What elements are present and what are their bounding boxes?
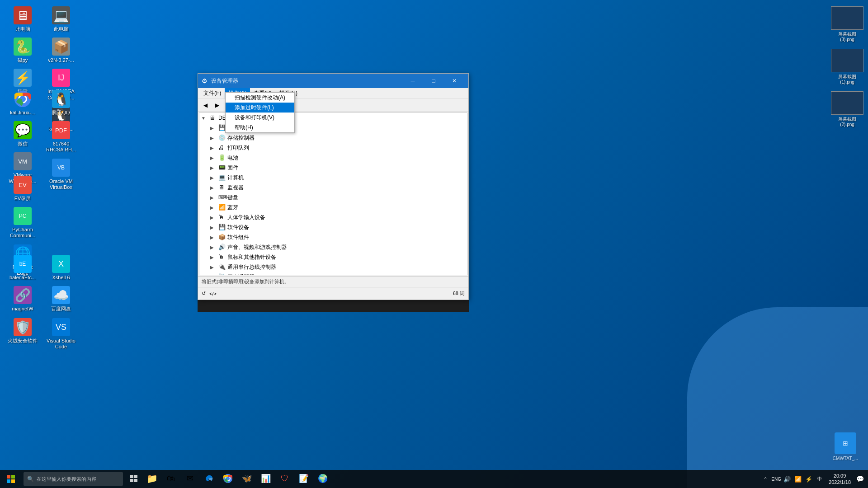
tray-volume[interactable]: 🔊: [783, 474, 792, 483]
word-count: 68 词: [453, 290, 465, 297]
desktop-icons-col7: X Xshell 6 ☁️ 百度网盘: [43, 253, 79, 314]
taskbar-mail[interactable]: ✉: [181, 470, 199, 488]
svg-rect-6: [11, 479, 15, 483]
tree-item-computer[interactable]: ▶ 💻 计算机: [199, 173, 467, 183]
desktop-icon-baidu[interactable]: ☁️ 百度网盘: [43, 284, 79, 314]
chevron-hid: ▶: [210, 215, 217, 220]
desktop-icon-virtualbox[interactable]: VB Oracle VM VirtualBox: [43, 157, 79, 192]
tree-label-audio: 声音、视频和游戏控制器: [227, 244, 287, 251]
tree-item-network[interactable]: ▶ 📡 网络适配器: [199, 272, 467, 275]
tray-notification[interactable]: 💬: [855, 474, 864, 483]
desktop-icon-wechat[interactable]: 💬 微信: [5, 119, 41, 149]
desktop-icon-xshell[interactable]: X Xshell 6: [43, 253, 79, 282]
desktop-icon-chrome[interactable]: kali-linux-...: [5, 88, 41, 117]
tree-label-monitor: 监视器: [227, 184, 244, 192]
tray-battery[interactable]: ⚡: [804, 474, 813, 483]
desktop-icon-mupy[interactable]: 🐍 磁py: [5, 36, 41, 65]
desktop-icons-col4: 🐧 腾讯QQ PDF 617640 RHCSA RH... VB Oracle …: [43, 88, 79, 192]
dropdown-item-add-hw[interactable]: 添加过时硬件(L): [226, 103, 294, 113]
chevron-audio: ▶: [210, 245, 217, 250]
dropdown-item-help[interactable]: 帮助(H): [226, 122, 294, 132]
chevron-print: ▶: [210, 145, 217, 150]
desktop-icon-magnetw[interactable]: 🔗 magnetW: [5, 284, 41, 314]
tray-lang[interactable]: ENG: [772, 474, 781, 483]
tree-item-audio[interactable]: ▶ 🔊 声音、视频和游戏控制器: [199, 242, 467, 252]
tree-item-firmware[interactable]: ▶ 📟 固件: [199, 163, 467, 173]
desktop-icon-cmwtat[interactable]: ⊞ CMWTAT_...: [827, 431, 863, 463]
tree-root-chevron: ▼: [201, 116, 208, 121]
taskbar-store[interactable]: 🛍: [162, 470, 180, 488]
tree-item-print[interactable]: ▶ 🖨 打印队列: [199, 143, 467, 153]
desktop-icon-balena[interactable]: bE balenaEtc...: [5, 253, 41, 282]
desktop-icon-screenshot1[interactable]: 屏幕截图(1).png: [831, 47, 863, 87]
tree-item-hid[interactable]: ▶ 🖱 人体学输入设备: [199, 212, 467, 222]
taskbar-notes[interactable]: 📝: [295, 470, 313, 488]
minimize-button[interactable]: ─: [402, 74, 423, 88]
bottom-bar-icon2[interactable]: </>: [209, 291, 217, 296]
tree-label-software-comp: 软件组件: [227, 234, 249, 241]
tree-item-keyboard[interactable]: ▶ ⌨ 键盘: [199, 192, 467, 202]
taskbar-app6[interactable]: 🦋: [238, 470, 256, 488]
back-button[interactable]: ◀: [200, 100, 211, 110]
taskbar-search[interactable]: 🔍 在这里输入你要搜索的内容: [24, 472, 123, 486]
tree-item-battery[interactable]: ▶ 🔋 电池: [199, 153, 467, 163]
desktop-icons-col3: kali-linux-... 💬 微信 VM VMware Workstatio…: [5, 88, 41, 186]
window-title-text: 设备管理器: [211, 77, 399, 85]
desktop-icon-screenshot3[interactable]: 屏幕截图(3).png: [831, 5, 863, 44]
device-tree[interactable]: ▼ 🖥 DESKTOP-... ▶ 💾 磁盘驱动器 ▶ 💿 存储控制器 ▶ 🖨 …: [199, 113, 467, 275]
close-button[interactable]: ✕: [444, 74, 465, 88]
desktop-icon-pdf[interactable]: PDF 617640 RHCSA RH...: [43, 119, 79, 155]
task-view-button[interactable]: [125, 470, 143, 488]
maximize-button[interactable]: □: [423, 74, 444, 88]
tree-item-mouse[interactable]: ▶ 🖱 鼠标和其他指针设备: [199, 252, 467, 262]
desktop-icon-qq[interactable]: 🐧 腾讯QQ: [43, 88, 79, 117]
search-placeholder: 在这里输入你要搜索的内容: [37, 476, 96, 483]
chevron-computer: ▶: [210, 175, 217, 180]
tree-label-storage: 存储控制器: [227, 134, 255, 142]
start-button[interactable]: [0, 470, 22, 488]
window-controls: ─ □ ✕: [402, 74, 465, 88]
tray-network[interactable]: 📶: [793, 474, 802, 483]
tray-arrow[interactable]: ^: [761, 474, 770, 483]
taskbar-app7[interactable]: 📊: [257, 470, 275, 488]
forward-button[interactable]: ▶: [212, 100, 222, 110]
chevron-storage: ▶: [210, 136, 217, 141]
desktop-icon-ev[interactable]: EV EV录屏: [5, 174, 41, 203]
tree-item-monitor[interactable]: ▶ 🖥 监视器: [199, 183, 467, 192]
taskbar-chrome[interactable]: [219, 470, 237, 488]
chevron-software-dev: ▶: [210, 225, 217, 230]
taskbar: 🔍 在这里输入你要搜索的内容 📁 🛍 ✉: [0, 470, 868, 488]
dropdown-item-scan[interactable]: 扫描检测硬件改动(A): [226, 93, 294, 103]
tree-item-usb[interactable]: ▶ 🔌 通用串行总线控制器: [199, 262, 467, 272]
tree-item-bluetooth[interactable]: ▶ 📶 蓝牙: [199, 202, 467, 212]
tree-item-software-comp[interactable]: ▶ 📦 软件组件: [199, 232, 467, 242]
desktop-icon-recent[interactable]: 🖥 此电脑: [5, 5, 41, 34]
clock-date: 2022/1/18: [829, 479, 851, 485]
taskbar-security[interactable]: 🛡: [276, 470, 294, 488]
tray-input[interactable]: 中: [815, 474, 824, 483]
taskbar-edge[interactable]: [200, 470, 218, 488]
tree-item-storage[interactable]: ▶ 💿 存储控制器: [199, 133, 467, 143]
desktop: 🖥 此电脑 🐍 磁py ⚡ 迅雷 💻 此电脑 📦 v2N-3.27-... IJ…: [0, 0, 868, 488]
desktop-icon-pycharm[interactable]: PC PyCharm Communi...: [5, 205, 41, 240]
bottom-bar-icon1[interactable]: ↺: [202, 291, 206, 296]
clock-time: 20:09: [829, 473, 851, 479]
tree-root-icon: 🖥: [209, 114, 217, 122]
desktop-icon-security[interactable]: 🛡️ 火绒安全软件: [5, 316, 41, 346]
desktop-icon-screenshot2[interactable]: 屏幕截图(2).png: [831, 89, 863, 129]
dropdown-item-printer[interactable]: 设备和打印机(V): [226, 113, 294, 122]
taskbar-net[interactable]: 🌍: [314, 470, 332, 488]
desktop-icon-v2n[interactable]: 📦 v2N-3.27-...: [43, 36, 79, 65]
desktop-icon-modify[interactable]: 💻 此电脑: [43, 5, 79, 34]
svg-rect-10: [134, 479, 137, 482]
desktop-icon-vscode[interactable]: VS Visual Studio Code: [43, 316, 79, 352]
menu-file[interactable]: 文件(F): [200, 88, 225, 99]
tray-clock[interactable]: 20:09 2022/1/18: [826, 472, 854, 487]
tree-item-software-dev[interactable]: ▶ 💾 软件设备: [199, 222, 467, 232]
taskbar-explorer[interactable]: 📁: [143, 470, 161, 488]
chevron-mouse: ▶: [210, 255, 217, 260]
tree-label-print: 打印队列: [227, 144, 249, 152]
chevron-keyboard: ▶: [210, 195, 217, 200]
tree-label-network: 网络适配器: [227, 273, 255, 276]
svg-rect-9: [130, 479, 133, 482]
